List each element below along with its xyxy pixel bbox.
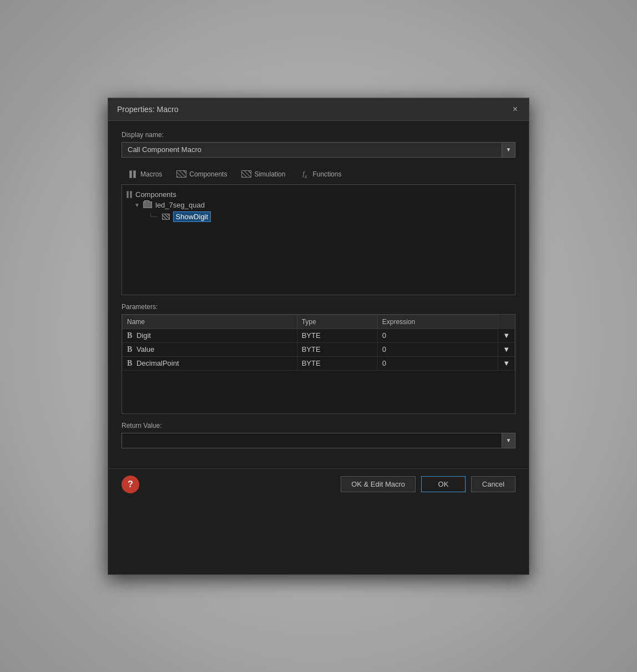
component-icon: [162, 214, 170, 220]
tree-root-label: Components: [135, 190, 176, 199]
display-name-row: Call Component Macro ▼: [122, 142, 515, 158]
simulation-icon: [241, 170, 251, 178]
return-value-dropdown-arrow[interactable]: ▼: [502, 433, 515, 448]
tree-folder[interactable]: ▼ led_7seg_quad: [127, 200, 510, 210]
byte-icon-digit: B: [127, 331, 132, 340]
param-digit-expression: 0: [377, 329, 498, 342]
param-value-name: B Value: [123, 342, 297, 356]
param-digit-arrow[interactable]: ▼: [498, 329, 515, 342]
root-icon: [127, 191, 132, 198]
param-row-decimalpoint: B DecimalPoint BYTE 0 ▼: [123, 356, 515, 370]
tab-functions-label: Functions: [312, 170, 341, 178]
param-value-expression: 0: [377, 342, 498, 356]
title-bar: Properties: Macro ×: [108, 98, 529, 121]
components-icon: [176, 170, 186, 178]
col-name-header: Name: [123, 315, 297, 329]
display-name-label: Display name:: [122, 131, 515, 139]
close-button[interactable]: ×: [510, 104, 520, 115]
param-decimal-arrow[interactable]: ▼: [498, 356, 515, 370]
dialog-title: Properties: Macro: [117, 105, 178, 114]
return-value-label: Return Value:: [122, 422, 515, 430]
param-digit-name: B Digit: [123, 329, 297, 342]
ok-edit-macro-button[interactable]: OK & Edit Macro: [341, 476, 416, 492]
tab-bar: Macros Components Simulation fx: [122, 168, 515, 181]
parameters-table: Name Type Expression B Digit BYTE: [122, 315, 515, 371]
cancel-button[interactable]: Cancel: [471, 476, 515, 492]
tab-functions[interactable]: fx Functions: [294, 168, 347, 181]
byte-icon-value: B: [127, 345, 132, 353]
display-name-dropdown[interactable]: Call Component Macro: [122, 142, 502, 158]
param-decimal-expression: 0: [377, 356, 498, 370]
col-type-header: Type: [297, 315, 377, 329]
functions-icon: fx: [300, 170, 310, 178]
properties-dialog: Properties: Macro × Display name: Call C…: [108, 98, 529, 575]
param-value-type: BYTE: [297, 342, 377, 356]
param-value-arrow[interactable]: ▼: [498, 342, 515, 356]
parameters-panel: Name Type Expression B Digit BYTE: [122, 314, 515, 414]
tab-components[interactable]: Components: [170, 168, 233, 181]
folder-icon: [143, 201, 152, 208]
param-decimal-name: B DecimalPoint: [123, 356, 297, 370]
return-value-section: Return Value: ▼: [122, 422, 515, 448]
ok-button[interactable]: OK: [421, 476, 466, 492]
col-expression-header: Expression: [377, 315, 498, 329]
tree-panel: Components ▼ led_7seg_quad └─ ShowDigit: [122, 184, 515, 295]
param-row-value: B Value BYTE 0 ▼: [123, 342, 515, 356]
parameters-label: Parameters:: [122, 303, 515, 311]
tab-simulation-label: Simulation: [254, 170, 285, 178]
tab-macros-label: Macros: [140, 170, 162, 178]
tree-expand-icon: ▼: [134, 202, 140, 208]
tree-selected-item-label: ShowDigit: [173, 211, 211, 222]
tab-simulation[interactable]: Simulation: [235, 168, 291, 181]
footer: ? OK & Edit Macro OK Cancel: [108, 468, 529, 503]
help-button[interactable]: ?: [122, 476, 139, 493]
param-row-digit: B Digit BYTE 0 ▼: [123, 329, 515, 342]
param-decimal-type: BYTE: [297, 356, 377, 370]
tree-folder-label: led_7seg_quad: [155, 201, 205, 209]
tree-root: Components: [127, 189, 510, 200]
tab-components-label: Components: [189, 170, 227, 178]
tab-macros[interactable]: Macros: [122, 168, 168, 181]
tree-item-showdigit[interactable]: └─ ShowDigit: [127, 210, 510, 223]
display-name-dropdown-arrow[interactable]: ▼: [502, 142, 515, 158]
macros-icon: [128, 170, 138, 178]
byte-icon-decimal: B: [127, 359, 132, 367]
param-digit-type: BYTE: [297, 329, 377, 342]
tree-connector-icon: └─: [149, 213, 158, 220]
return-value-row: ▼: [122, 433, 515, 448]
return-value-input[interactable]: [122, 433, 502, 448]
